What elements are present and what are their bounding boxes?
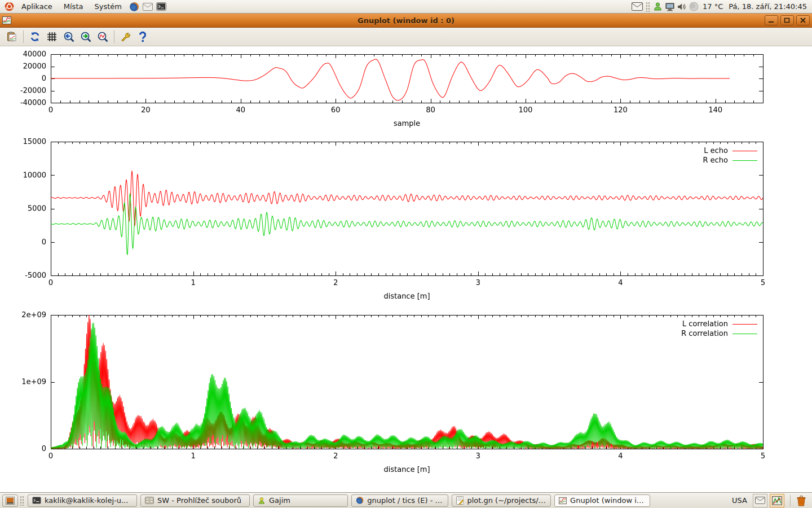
taskbar-item-text-editor[interactable]: plot.gn (~/projects/p... bbox=[452, 494, 551, 507]
show-desktop-button[interactable] bbox=[2, 494, 18, 507]
gnuplot-toolbar bbox=[0, 28, 812, 46]
maximize-button[interactable] bbox=[780, 15, 794, 25]
toggle-grid-button[interactable] bbox=[43, 29, 60, 45]
copy-to-clipboard-button[interactable] bbox=[3, 29, 20, 45]
tray-mail-icon[interactable] bbox=[753, 494, 767, 507]
taskbar-item-gnuplot[interactable]: Gnuplot (window id : 0) bbox=[554, 494, 650, 507]
taskbar-item-label: SW - Prohlížeč souborů bbox=[157, 496, 241, 505]
gnome-bottom-panel: kaklik@kaklik-kolej-u... SW - Prohlížeč … bbox=[0, 492, 812, 508]
window-title: Gnuplot (window id : 0) bbox=[0, 16, 812, 25]
mail-launcher-icon[interactable] bbox=[142, 1, 154, 13]
trash-icon[interactable] bbox=[795, 494, 807, 507]
taskbar-item-gajim[interactable]: Gajim bbox=[253, 494, 348, 507]
user-switcher-icon[interactable] bbox=[653, 2, 663, 11]
volume-icon[interactable] bbox=[677, 2, 687, 11]
taskbar-separator bbox=[790, 495, 791, 506]
minimize-button[interactable] bbox=[765, 15, 778, 25]
window-icon bbox=[2, 16, 11, 24]
window-list-grip bbox=[20, 496, 24, 506]
weather-moon-icon[interactable] bbox=[689, 2, 699, 11]
terminal-launcher-icon[interactable] bbox=[155, 1, 167, 13]
next-zoom-button[interactable] bbox=[77, 29, 94, 45]
firefox-launcher-icon[interactable] bbox=[128, 1, 140, 13]
gnome-top-panel: Aplikace Místa Systém 17 °C Pá, 18. září… bbox=[0, 0, 812, 14]
ubuntu-logo-icon[interactable] bbox=[3, 1, 15, 13]
window-titlebar: Gnuplot (window id : 0) bbox=[0, 14, 812, 28]
menu-applications[interactable]: Aplikace bbox=[16, 1, 58, 12]
close-button[interactable] bbox=[796, 15, 810, 25]
taskbar-item-label: gnuplot / tics (E) - M... bbox=[367, 496, 444, 505]
toolbar-separator bbox=[114, 30, 114, 43]
autoscale-button[interactable] bbox=[94, 29, 111, 45]
menu-system[interactable]: Systém bbox=[89, 1, 127, 12]
taskbar-item-label: Gnuplot (window id : 0) bbox=[570, 496, 646, 505]
taskbar-item-label: plot.gn (~/projects/p... bbox=[467, 496, 546, 505]
menu-places[interactable]: Místa bbox=[58, 1, 89, 12]
help-button[interactable] bbox=[134, 29, 151, 45]
taskbar-item-file-browser[interactable]: SW - Prohlížeč souborů bbox=[140, 494, 250, 507]
previous-zoom-button[interactable] bbox=[60, 29, 77, 45]
replot-button[interactable] bbox=[27, 29, 43, 45]
taskbar-item-firefox[interactable]: gnuplot / tics (E) - M... bbox=[351, 494, 448, 507]
configure-button[interactable] bbox=[117, 29, 134, 45]
gnuplot-plot-area[interactable] bbox=[0, 46, 812, 492]
taskbar-item-label: kaklik@kaklik-kolej-u... bbox=[45, 496, 128, 505]
mail-notification-icon[interactable] bbox=[632, 2, 643, 11]
gnuplot-canvas-area bbox=[0, 46, 812, 492]
keyboard-layout-indicator[interactable]: USA bbox=[732, 496, 747, 505]
temperature-label[interactable]: 17 °C bbox=[703, 2, 723, 11]
taskbar-item-label: Gajim bbox=[269, 496, 290, 505]
toolbar-separator bbox=[23, 30, 24, 43]
clock-label[interactable]: Pá, 18. září, 21:40:45 bbox=[729, 2, 807, 11]
display-settings-icon[interactable] bbox=[665, 2, 675, 11]
notification-area-grip[interactable] bbox=[646, 2, 650, 12]
tray-gnuplot-icon[interactable] bbox=[770, 494, 784, 507]
taskbar-item-terminal[interactable]: kaklik@kaklik-kolej-u... bbox=[28, 494, 137, 507]
window-controls bbox=[762, 15, 810, 25]
